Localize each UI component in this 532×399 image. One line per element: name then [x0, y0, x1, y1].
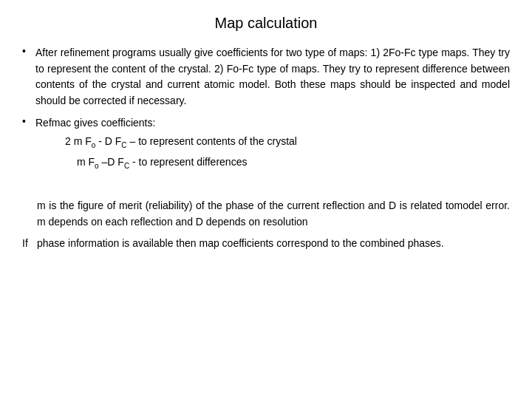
refmac-label: Refmac gives coefficients:	[35, 117, 155, 129]
model-error-text: model error. m depends on each reflectio…	[37, 200, 510, 228]
if-label: If	[22, 236, 34, 252]
formula-block: 2 m Fo - D FC – to represent contents of…	[65, 134, 510, 171]
bottom-para-1: m is the figure of merit (reliability) o…	[22, 198, 510, 230]
bottom-section: m is the figure of merit (reliability) o…	[22, 198, 510, 258]
bullet-section: • After refinement programs usually give…	[22, 45, 510, 180]
bottom-para-2: If phase information is available then m…	[22, 236, 510, 252]
page: Map calculation • After refinement progr…	[0, 0, 532, 399]
formula2-sub1: o	[95, 162, 99, 170]
if-text: phase information is available then map …	[37, 236, 444, 252]
formula2-text: m Fo –D FC - to represent differences	[65, 154, 247, 171]
bullet-dot-1: •	[22, 45, 35, 57]
formula1-sub1: o	[92, 141, 96, 149]
bullet-text-2: Refmac gives coefficients: 2 m Fo - D FC…	[35, 115, 510, 174]
page-title: Map calculation	[22, 15, 510, 32]
formula2-sub2: C	[124, 162, 129, 170]
formula1-sub2: C	[121, 141, 126, 149]
bullet-dot-2: •	[22, 115, 35, 127]
formula1-text: 2 m Fo - D FC – to represent contents of…	[65, 134, 297, 151]
bullet-item-1: • After refinement programs usually give…	[22, 45, 510, 109]
formula-line-1: 2 m Fo - D FC – to represent contents of…	[65, 134, 510, 151]
formula-line-2: m Fo –D FC - to represent differences	[65, 154, 510, 171]
bullet-item-2: • Refmac gives coefficients: 2 m Fo - D …	[22, 115, 510, 174]
bullet-text-1: After refinement programs usually give c…	[35, 45, 510, 109]
